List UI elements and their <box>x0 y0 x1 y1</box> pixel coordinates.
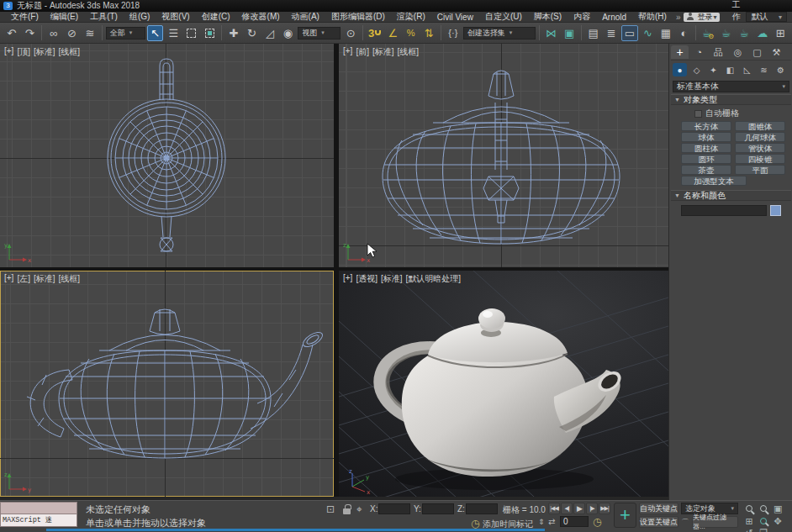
key-filters-button[interactable]: 关键点过滤器... <box>692 516 738 528</box>
zoom-extents-all-icon[interactable]: ⊞ <box>743 515 755 527</box>
current-frame-field[interactable]: 0 <box>560 516 589 527</box>
menu-item-scripting[interactable]: 脚本(S) <box>528 11 568 23</box>
menu-item-tools[interactable]: 工具(T) <box>84 11 124 23</box>
menu-item-animation[interactable]: 动画(A) <box>286 11 325 23</box>
set-key-button[interactable]: 设置关键点 <box>639 516 678 528</box>
menu-item-graph-editors[interactable]: 图形编辑器(D) <box>325 11 391 23</box>
go-to-start-button[interactable]: |◀◀ <box>548 503 560 514</box>
menu-item-rendering[interactable]: 渲染(R) <box>391 11 431 23</box>
named-selection-sets-dropdown[interactable]: 创建选择集 ▾ <box>463 27 536 40</box>
selection-lock-icon[interactable] <box>343 508 351 514</box>
viewport-style-label[interactable]: [标准] <box>34 46 55 58</box>
primitive-button-box[interactable]: 长方体 <box>681 121 731 131</box>
undo-icon[interactable]: ↶ <box>3 25 20 41</box>
y-coordinate-field[interactable] <box>422 503 454 514</box>
select-and-rotate-icon[interactable]: ↻ <box>244 25 261 41</box>
z-coordinate-field[interactable] <box>466 503 498 514</box>
category-shapes-icon[interactable]: ◇ <box>689 63 704 76</box>
primitive-button-textplus[interactable]: 加强型文本 <box>681 176 747 186</box>
zoom-region-icon[interactable] <box>758 515 769 527</box>
scene-explorer-icon[interactable]: ▤ <box>585 25 602 41</box>
rollout-name-color[interactable]: ▼ 名称和颜色 <box>671 190 791 201</box>
sign-in-button[interactable]: 登录 ▾ <box>684 13 720 22</box>
menu-overflow-chevron[interactable]: » <box>673 13 684 22</box>
mirror-icon[interactable]: ⋈ <box>543 25 560 41</box>
window-crossing-icon[interactable] <box>202 25 219 41</box>
time-configuration-icon[interactable]: ◷ <box>593 516 601 528</box>
category-spacewarps-icon[interactable]: ≋ <box>757 63 771 76</box>
menu-item-file[interactable]: 文件(F) <box>5 11 45 23</box>
viewport-menu-button[interactable]: [+] <box>4 273 13 285</box>
viewport-pov-label[interactable]: [透视] <box>356 273 378 285</box>
previous-frame-button[interactable]: ◀| <box>561 503 573 514</box>
primitive-button-geosphere[interactable]: 几何球体 <box>735 132 785 142</box>
viewport-shading-label[interactable]: [默认明暗处理] <box>406 273 462 285</box>
primitive-button-sphere[interactable]: 球体 <box>681 132 731 142</box>
viewport-pov-label[interactable]: [左] <box>17 273 30 285</box>
reference-coordinate-dropdown[interactable]: 视图 ▾ <box>298 27 341 40</box>
tab-create[interactable]: + <box>671 45 689 59</box>
primitive-button-cone[interactable]: 圆锥体 <box>735 121 785 131</box>
viewport-shading-label[interactable]: [线框] <box>398 46 420 58</box>
render-production-icon[interactable]: ☕ <box>736 25 752 41</box>
maxscript-listener-field[interactable]: MAXScript 迷 <box>0 514 77 527</box>
category-lights-icon[interactable]: ✦ <box>706 63 721 76</box>
menu-item-help[interactable]: 帮助(H) <box>632 11 673 23</box>
workspace-dropdown[interactable]: 默认 ▾ <box>746 12 787 22</box>
unlink-selection-icon[interactable]: ⊘ <box>64 25 81 41</box>
autogrid-checkbox[interactable] <box>694 110 702 118</box>
primitive-button-pyramid[interactable]: 四棱锥 <box>735 154 785 164</box>
angle-sn ap-icon[interactable]: ∠ <box>384 25 401 41</box>
percent-snap-icon[interactable]: % <box>403 25 420 41</box>
menu-item-edit[interactable]: 编辑(E) <box>45 11 84 23</box>
zoom-all-icon[interactable] <box>758 503 769 514</box>
autogrid-toggle[interactable]: 自动栅格 <box>694 108 739 119</box>
snap-toggle-icon[interactable]: 3 <box>367 25 383 41</box>
ribbon-toggle-icon[interactable]: ▭ <box>621 25 638 41</box>
select-and-place-icon[interactable]: ◉ <box>280 25 297 41</box>
object-color-swatch[interactable] <box>770 205 781 216</box>
viewport-menu-button[interactable]: [+] <box>343 46 352 58</box>
go-to-end-button[interactable]: ▶▶| <box>599 503 610 514</box>
tab-utilities[interactable]: ⚒ <box>768 45 785 59</box>
viewport-left[interactable]: [+] [左] [标准] [线框] y z <box>0 271 334 497</box>
tab-display[interactable]: ▢ <box>748 45 766 59</box>
render-in-cloud-icon[interactable]: ☁ <box>754 25 771 41</box>
viewport-perspective[interactable]: [+] [透视] [标准] [默认明暗处理] x y z <box>339 271 668 497</box>
select-object-icon[interactable]: ↖ <box>147 25 164 41</box>
viewport-shading-label[interactable]: [线框] <box>59 273 81 285</box>
menu-item-group[interactable]: 组(G) <box>124 11 156 23</box>
menu-item-create[interactable]: 创建(C) <box>196 11 236 23</box>
rectangular-selection-region-icon[interactable] <box>183 25 200 41</box>
viewport-style-label[interactable]: [标准] <box>34 273 55 285</box>
menu-item-customize[interactable]: 自定义(U) <box>479 11 528 23</box>
auto-key-button[interactable]: 自动关键点 <box>639 503 678 514</box>
create-key-button[interactable]: + <box>614 503 636 528</box>
maxscript-mini-listener[interactable]: MAXScript 迷 <box>0 502 77 529</box>
render-presets-icon[interactable]: ⊞ <box>772 25 789 41</box>
zoom-icon[interactable] <box>743 503 755 514</box>
play-button[interactable]: ▶ <box>573 503 585 514</box>
redo-icon[interactable]: ↷ <box>22 25 39 41</box>
select-and-link-icon[interactable]: ∞ <box>45 25 62 41</box>
menu-item-modifiers[interactable]: 修改器(M) <box>236 11 286 23</box>
viewport-style-label[interactable]: [标准] <box>381 273 403 285</box>
select-and-move-icon[interactable]: ✚ <box>225 25 242 41</box>
category-helpers-icon[interactable]: ◺ <box>740 63 754 76</box>
viewport-front[interactable]: [+] [前] [标准] [线框] x z <box>339 44 668 267</box>
default-tangent-icon[interactable]: ⌒ <box>681 517 689 529</box>
next-frame-button[interactable]: |▶ <box>586 503 598 514</box>
category-geometry-icon[interactable]: ● <box>673 63 687 76</box>
primitive-category-dropdown[interactable]: 标准基本体 ▾ <box>673 81 789 92</box>
coordinate-display-icon[interactable]: ⌖ <box>356 503 362 515</box>
macro-recorder-field[interactable] <box>0 502 77 514</box>
dope-sheet-icon[interactable]: ▦ <box>657 25 674 41</box>
spinner-snap-icon[interactable]: ⇅ <box>421 25 438 41</box>
viewport-style-label[interactable]: [标准] <box>372 46 394 58</box>
viewport-top[interactable]: [+] [顶] [标准] [线框] x y <box>0 44 334 267</box>
object-name-input[interactable] <box>681 205 767 216</box>
primitive-button-torus[interactable]: 圆环 <box>681 154 731 164</box>
select-by-name-icon[interactable]: ☰ <box>165 25 182 41</box>
select-and-scale-icon[interactable]: ◿ <box>261 25 278 41</box>
category-systems-icon[interactable]: ⚙ <box>774 63 788 76</box>
